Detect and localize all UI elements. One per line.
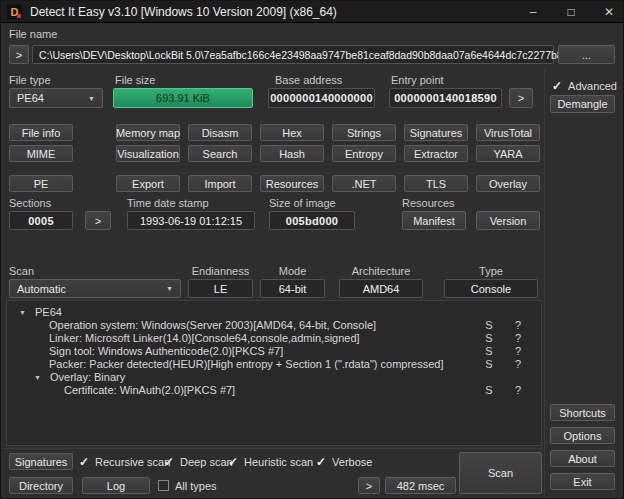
close-icon[interactable]: ✕ — [590, 1, 624, 22]
extractor-button[interactable]: Extractor — [404, 145, 468, 162]
exit-button[interactable]: Exit — [550, 473, 615, 490]
tree-row[interactable]: Operation system: Windows(Server 2003)[A… — [7, 319, 541, 332]
endianness-label: Endianness — [188, 265, 253, 277]
recursive-scan-label: Recursive scan — [95, 456, 170, 468]
deep-scan-label: Deep scan — [180, 456, 233, 468]
browse-button[interactable]: ... — [558, 45, 615, 64]
check-icon: ✓ — [164, 456, 174, 468]
memory-map-button[interactable]: Memory map — [116, 124, 180, 141]
pe-button[interactable]: PE — [9, 175, 73, 192]
options-button[interactable]: Options — [550, 427, 615, 444]
version-button[interactable]: Version — [476, 211, 540, 230]
overlay-button[interactable]: Overlay — [476, 175, 540, 192]
chevron-down-icon: ▼ — [166, 285, 173, 292]
signature-link[interactable]: S — [481, 319, 497, 331]
heuristic-scan-checkbox[interactable]: ✓ Heuristic scan — [228, 453, 313, 470]
entry-point-field[interactable]: 0000000140018590 — [389, 88, 502, 108]
scan-options-arrow-button[interactable]: > — [358, 477, 380, 494]
import-button[interactable]: Import — [188, 175, 252, 192]
verbose-checkbox[interactable]: ✓ Verbose — [316, 453, 372, 470]
signature-link[interactable]: S — [481, 358, 497, 370]
scan-method-combobox[interactable]: Automatic ▼ — [9, 279, 181, 298]
signatures-button[interactable]: Signatures — [404, 124, 468, 141]
chevron-down-icon: ▼ — [88, 95, 95, 102]
detection-text: Operation system: Windows(Server 2003)[A… — [49, 319, 376, 331]
hex-button[interactable]: Hex — [260, 124, 324, 141]
check-icon: ✓ — [552, 80, 562, 92]
entry-point-goto-button[interactable]: > — [509, 88, 533, 108]
tls-button[interactable]: TLS — [404, 175, 468, 192]
directory-button[interactable]: Directory — [9, 477, 73, 494]
sections-goto-button[interactable]: > — [85, 211, 111, 230]
checkbox-empty-icon — [158, 480, 169, 491]
tree-row[interactable]: Certificate: WinAuth(2.0)[PKCS #7] S ? — [7, 384, 541, 397]
time-date-stamp-field[interactable]: 1993-06-19 01:12:15 — [127, 211, 255, 230]
file-size-button[interactable]: 693.91 KiB — [113, 88, 253, 108]
file-type-value: PE64 — [17, 92, 44, 104]
demangle-button[interactable]: Demangle — [550, 95, 615, 113]
info-link[interactable]: ? — [510, 319, 526, 331]
app-window: D Detect It Easy v3.10 [Windows 10 Versi… — [0, 0, 624, 499]
all-types-checkbox[interactable]: All types — [158, 477, 217, 494]
export-button[interactable]: Export — [116, 175, 180, 192]
sidebar-divider — [544, 69, 545, 498]
mode-field: 64-bit — [260, 279, 325, 298]
file-name-label: File name — [9, 28, 57, 40]
check-icon: ✓ — [79, 456, 89, 468]
advanced-label: Advanced — [568, 80, 617, 92]
elapsed-time-field: 482 msec — [385, 477, 456, 494]
search-button[interactable]: Search — [188, 145, 252, 162]
minimize-icon[interactable]: – — [514, 1, 552, 22]
file-type-combobox[interactable]: PE64 ▼ — [9, 88, 103, 108]
dotnet-button[interactable]: .NET — [332, 175, 396, 192]
log-button[interactable]: Log — [82, 477, 150, 494]
shortcuts-button[interactable]: Shortcuts — [550, 404, 615, 421]
tree-row[interactable]: Packer: Packer detected(HEUR)[High entro… — [7, 358, 541, 371]
entropy-button[interactable]: Entropy — [332, 145, 396, 162]
signatures-db-button[interactable]: Signatures — [9, 453, 73, 470]
manifest-button[interactable]: Manifest — [402, 211, 466, 230]
hash-button[interactable]: Hash — [260, 145, 324, 162]
info-link[interactable]: ? — [510, 358, 526, 370]
scan-button[interactable]: Scan — [459, 452, 542, 494]
deep-scan-checkbox[interactable]: ✓ Deep scan — [164, 453, 233, 470]
open-file-arrow-button[interactable]: > — [9, 45, 29, 64]
size-of-image-field[interactable]: 005bd000 — [269, 211, 355, 230]
detection-text: Linker: Microsoft Linker(14.0)[Console64… — [49, 332, 360, 344]
advanced-checkbox[interactable]: ✓ Advanced — [552, 77, 617, 94]
verbose-label: Verbose — [332, 456, 372, 468]
file-path-input[interactable]: C:\Users\DEV\Desktop\LockBit 5.0\7ea5afb… — [32, 45, 554, 64]
info-link[interactable]: ? — [510, 332, 526, 344]
info-link[interactable]: ? — [510, 345, 526, 357]
resources-button[interactable]: Resources — [260, 175, 324, 192]
detection-text: Sign tool: Windows Authenticode(2.0)[PKC… — [49, 345, 283, 357]
about-button[interactable]: About — [550, 450, 615, 467]
visualization-button[interactable]: Visualization — [116, 145, 180, 162]
check-icon: ✓ — [228, 456, 238, 468]
base-address-label: Base address — [275, 74, 342, 86]
tree-row[interactable]: Linker: Microsoft Linker(14.0)[Console64… — [7, 332, 541, 345]
tree-collapse-icon[interactable]: ▼ — [34, 374, 41, 381]
file-info-button[interactable]: File info — [9, 124, 73, 141]
base-address-field[interactable]: 0000000140000000 — [268, 88, 375, 108]
info-link[interactable]: ? — [510, 384, 526, 396]
signature-link[interactable]: S — [481, 345, 497, 357]
sections-count-field[interactable]: 0005 — [9, 211, 73, 230]
yara-button[interactable]: YARA — [476, 145, 540, 162]
disasm-button[interactable]: Disasm — [188, 124, 252, 141]
maximize-icon[interactable]: □ — [552, 1, 590, 22]
endianness-field: LE — [188, 279, 253, 298]
virustotal-button[interactable]: VirusTotal — [476, 124, 540, 141]
recursive-scan-checkbox[interactable]: ✓ Recursive scan — [79, 453, 170, 470]
tree-overlay-row[interactable]: ▼ Overlay: Binary — [7, 371, 541, 384]
signature-link[interactable]: S — [481, 332, 497, 344]
signature-link[interactable]: S — [481, 384, 497, 396]
tree-collapse-icon[interactable]: ▼ — [19, 309, 26, 316]
scan-method-value: Automatic — [17, 283, 66, 295]
tree-row[interactable]: Sign tool: Windows Authenticode(2.0)[PKC… — [7, 345, 541, 358]
tree-root-row[interactable]: ▼ PE64 — [7, 306, 541, 319]
file-type-label: File type — [9, 74, 51, 86]
strings-button[interactable]: Strings — [332, 124, 396, 141]
entry-point-label: Entry point — [391, 74, 444, 86]
mime-button[interactable]: MIME — [9, 145, 73, 162]
